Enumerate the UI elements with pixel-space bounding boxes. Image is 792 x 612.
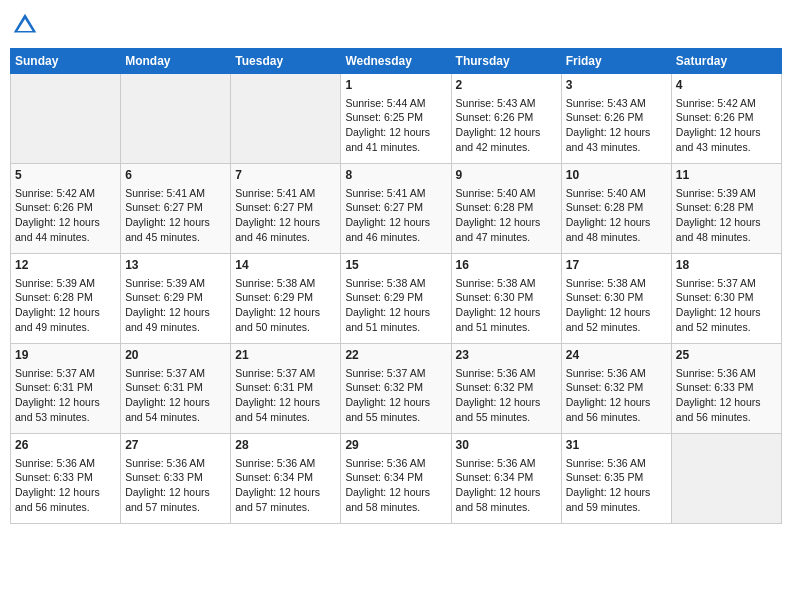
day-info: Sunrise: 5:36 AM Sunset: 6:32 PM Dayligh… xyxy=(566,366,667,425)
day-info: Sunrise: 5:36 AM Sunset: 6:34 PM Dayligh… xyxy=(345,456,446,515)
day-number: 2 xyxy=(456,77,557,94)
day-number: 15 xyxy=(345,257,446,274)
day-number: 16 xyxy=(456,257,557,274)
calendar-cell: 2Sunrise: 5:43 AM Sunset: 6:26 PM Daylig… xyxy=(451,74,561,164)
day-info: Sunrise: 5:38 AM Sunset: 6:30 PM Dayligh… xyxy=(566,276,667,335)
calendar-cell xyxy=(231,74,341,164)
day-info: Sunrise: 5:40 AM Sunset: 6:28 PM Dayligh… xyxy=(566,186,667,245)
calendar-cell xyxy=(671,434,781,524)
day-info: Sunrise: 5:44 AM Sunset: 6:25 PM Dayligh… xyxy=(345,96,446,155)
day-number: 24 xyxy=(566,347,667,364)
calendar-week-2: 5Sunrise: 5:42 AM Sunset: 6:26 PM Daylig… xyxy=(11,164,782,254)
day-header-tuesday: Tuesday xyxy=(231,49,341,74)
day-info: Sunrise: 5:39 AM Sunset: 6:28 PM Dayligh… xyxy=(15,276,116,335)
day-number: 1 xyxy=(345,77,446,94)
day-number: 27 xyxy=(125,437,226,454)
calendar-cell: 9Sunrise: 5:40 AM Sunset: 6:28 PM Daylig… xyxy=(451,164,561,254)
day-number: 6 xyxy=(125,167,226,184)
day-info: Sunrise: 5:41 AM Sunset: 6:27 PM Dayligh… xyxy=(235,186,336,245)
day-info: Sunrise: 5:39 AM Sunset: 6:28 PM Dayligh… xyxy=(676,186,777,245)
calendar-cell: 19Sunrise: 5:37 AM Sunset: 6:31 PM Dayli… xyxy=(11,344,121,434)
day-header-saturday: Saturday xyxy=(671,49,781,74)
day-number: 14 xyxy=(235,257,336,274)
logo xyxy=(10,10,44,40)
calendar-cell: 21Sunrise: 5:37 AM Sunset: 6:31 PM Dayli… xyxy=(231,344,341,434)
day-number: 31 xyxy=(566,437,667,454)
calendar-week-1: 1Sunrise: 5:44 AM Sunset: 6:25 PM Daylig… xyxy=(11,74,782,164)
day-info: Sunrise: 5:40 AM Sunset: 6:28 PM Dayligh… xyxy=(456,186,557,245)
day-number: 18 xyxy=(676,257,777,274)
day-info: Sunrise: 5:36 AM Sunset: 6:35 PM Dayligh… xyxy=(566,456,667,515)
calendar-cell: 25Sunrise: 5:36 AM Sunset: 6:33 PM Dayli… xyxy=(671,344,781,434)
day-info: Sunrise: 5:38 AM Sunset: 6:29 PM Dayligh… xyxy=(235,276,336,335)
calendar-cell: 4Sunrise: 5:42 AM Sunset: 6:26 PM Daylig… xyxy=(671,74,781,164)
day-info: Sunrise: 5:43 AM Sunset: 6:26 PM Dayligh… xyxy=(456,96,557,155)
day-number: 10 xyxy=(566,167,667,184)
day-info: Sunrise: 5:37 AM Sunset: 6:31 PM Dayligh… xyxy=(125,366,226,425)
day-info: Sunrise: 5:43 AM Sunset: 6:26 PM Dayligh… xyxy=(566,96,667,155)
day-header-monday: Monday xyxy=(121,49,231,74)
calendar-cell: 31Sunrise: 5:36 AM Sunset: 6:35 PM Dayli… xyxy=(561,434,671,524)
logo-icon xyxy=(10,10,40,40)
day-info: Sunrise: 5:36 AM Sunset: 6:34 PM Dayligh… xyxy=(456,456,557,515)
calendar-cell: 22Sunrise: 5:37 AM Sunset: 6:32 PM Dayli… xyxy=(341,344,451,434)
calendar-cell: 18Sunrise: 5:37 AM Sunset: 6:30 PM Dayli… xyxy=(671,254,781,344)
day-header-thursday: Thursday xyxy=(451,49,561,74)
day-number: 4 xyxy=(676,77,777,94)
day-number: 9 xyxy=(456,167,557,184)
calendar-cell: 15Sunrise: 5:38 AM Sunset: 6:29 PM Dayli… xyxy=(341,254,451,344)
calendar-cell: 23Sunrise: 5:36 AM Sunset: 6:32 PM Dayli… xyxy=(451,344,561,434)
day-number: 5 xyxy=(15,167,116,184)
day-number: 19 xyxy=(15,347,116,364)
calendar-cell: 13Sunrise: 5:39 AM Sunset: 6:29 PM Dayli… xyxy=(121,254,231,344)
calendar-cell: 7Sunrise: 5:41 AM Sunset: 6:27 PM Daylig… xyxy=(231,164,341,254)
day-info: Sunrise: 5:42 AM Sunset: 6:26 PM Dayligh… xyxy=(676,96,777,155)
calendar-week-4: 19Sunrise: 5:37 AM Sunset: 6:31 PM Dayli… xyxy=(11,344,782,434)
calendar-week-3: 12Sunrise: 5:39 AM Sunset: 6:28 PM Dayli… xyxy=(11,254,782,344)
day-number: 21 xyxy=(235,347,336,364)
day-number: 29 xyxy=(345,437,446,454)
day-info: Sunrise: 5:42 AM Sunset: 6:26 PM Dayligh… xyxy=(15,186,116,245)
day-header-friday: Friday xyxy=(561,49,671,74)
day-info: Sunrise: 5:38 AM Sunset: 6:30 PM Dayligh… xyxy=(456,276,557,335)
calendar-cell: 17Sunrise: 5:38 AM Sunset: 6:30 PM Dayli… xyxy=(561,254,671,344)
day-number: 26 xyxy=(15,437,116,454)
day-number: 22 xyxy=(345,347,446,364)
day-info: Sunrise: 5:37 AM Sunset: 6:31 PM Dayligh… xyxy=(15,366,116,425)
calendar-cell: 14Sunrise: 5:38 AM Sunset: 6:29 PM Dayli… xyxy=(231,254,341,344)
day-number: 28 xyxy=(235,437,336,454)
day-info: Sunrise: 5:39 AM Sunset: 6:29 PM Dayligh… xyxy=(125,276,226,335)
calendar-cell xyxy=(121,74,231,164)
page-header xyxy=(10,10,782,40)
calendar-table: SundayMondayTuesdayWednesdayThursdayFrid… xyxy=(10,48,782,524)
day-info: Sunrise: 5:41 AM Sunset: 6:27 PM Dayligh… xyxy=(125,186,226,245)
calendar-cell: 30Sunrise: 5:36 AM Sunset: 6:34 PM Dayli… xyxy=(451,434,561,524)
calendar-cell: 1Sunrise: 5:44 AM Sunset: 6:25 PM Daylig… xyxy=(341,74,451,164)
calendar-cell: 27Sunrise: 5:36 AM Sunset: 6:33 PM Dayli… xyxy=(121,434,231,524)
day-info: Sunrise: 5:37 AM Sunset: 6:31 PM Dayligh… xyxy=(235,366,336,425)
calendar-cell: 26Sunrise: 5:36 AM Sunset: 6:33 PM Dayli… xyxy=(11,434,121,524)
days-header-row: SundayMondayTuesdayWednesdayThursdayFrid… xyxy=(11,49,782,74)
day-number: 20 xyxy=(125,347,226,364)
calendar-cell: 8Sunrise: 5:41 AM Sunset: 6:27 PM Daylig… xyxy=(341,164,451,254)
calendar-cell: 20Sunrise: 5:37 AM Sunset: 6:31 PM Dayli… xyxy=(121,344,231,434)
calendar-cell: 11Sunrise: 5:39 AM Sunset: 6:28 PM Dayli… xyxy=(671,164,781,254)
day-number: 25 xyxy=(676,347,777,364)
day-info: Sunrise: 5:38 AM Sunset: 6:29 PM Dayligh… xyxy=(345,276,446,335)
calendar-cell: 24Sunrise: 5:36 AM Sunset: 6:32 PM Dayli… xyxy=(561,344,671,434)
day-info: Sunrise: 5:36 AM Sunset: 6:33 PM Dayligh… xyxy=(676,366,777,425)
day-number: 8 xyxy=(345,167,446,184)
day-info: Sunrise: 5:37 AM Sunset: 6:32 PM Dayligh… xyxy=(345,366,446,425)
day-header-sunday: Sunday xyxy=(11,49,121,74)
calendar-cell: 10Sunrise: 5:40 AM Sunset: 6:28 PM Dayli… xyxy=(561,164,671,254)
calendar-cell: 5Sunrise: 5:42 AM Sunset: 6:26 PM Daylig… xyxy=(11,164,121,254)
day-number: 12 xyxy=(15,257,116,274)
day-number: 23 xyxy=(456,347,557,364)
calendar-cell: 28Sunrise: 5:36 AM Sunset: 6:34 PM Dayli… xyxy=(231,434,341,524)
calendar-week-5: 26Sunrise: 5:36 AM Sunset: 6:33 PM Dayli… xyxy=(11,434,782,524)
day-number: 17 xyxy=(566,257,667,274)
day-info: Sunrise: 5:37 AM Sunset: 6:30 PM Dayligh… xyxy=(676,276,777,335)
day-number: 7 xyxy=(235,167,336,184)
day-number: 30 xyxy=(456,437,557,454)
calendar-cell: 29Sunrise: 5:36 AM Sunset: 6:34 PM Dayli… xyxy=(341,434,451,524)
